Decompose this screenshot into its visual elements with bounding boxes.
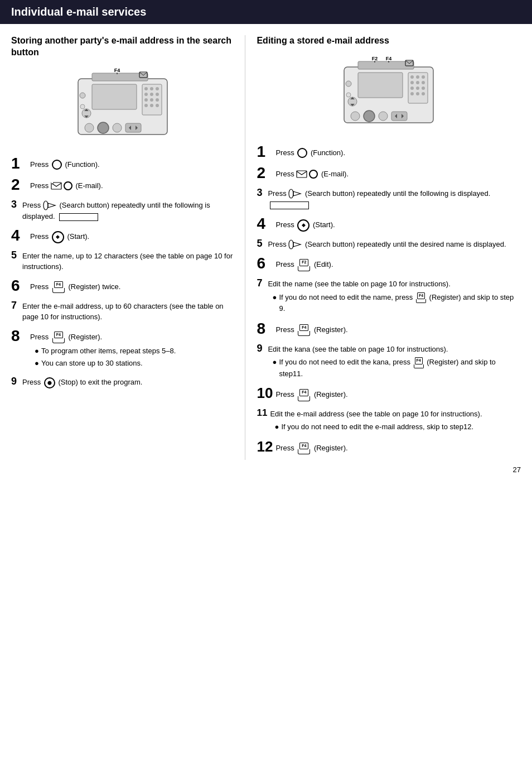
svg-point-34 xyxy=(43,201,48,210)
email-icon-group xyxy=(51,181,74,190)
left-step-3: 3 Press (Search button) repeatedly until… xyxy=(11,198,234,222)
svg-rect-33 xyxy=(51,182,54,184)
left-step-8: 8 Press F4 (Register). ● To program othe… xyxy=(11,328,234,370)
bullet-text: If you do not need to edit the kana, pre… xyxy=(279,357,521,379)
bullet-dot: ● xyxy=(35,345,39,357)
bullet-item: ● To program other items, repeat steps 5… xyxy=(35,345,234,357)
svg-point-22 xyxy=(98,122,109,133)
start-icon: ◆ xyxy=(52,231,64,243)
svg-point-41 xyxy=(422,75,425,79)
step-content: Press F4 (Register). ● To program other … xyxy=(30,328,234,370)
right-step-4: 4 Press ◆ (Start). xyxy=(257,216,521,232)
step-content: Enter the e-mail address, up to 60 chara… xyxy=(22,299,234,323)
svg-point-73 xyxy=(289,240,293,249)
bullet-text: To program other items, repeat steps 5–8… xyxy=(41,345,176,357)
svg-marker-74 xyxy=(293,242,301,247)
svg-point-71 xyxy=(289,189,293,198)
email-svg-icon-r xyxy=(296,170,307,178)
step-content: Press ◆ (Start). xyxy=(275,216,521,232)
f4-register-icon: F4 xyxy=(52,281,65,294)
svg-rect-24 xyxy=(125,123,141,132)
step-content: Press (Function). xyxy=(30,156,234,170)
step-8-bullets: ● To program other items, repeat steps 5… xyxy=(35,345,234,368)
f4-inline-icon: F4 xyxy=(416,292,426,304)
email-icon-group-r xyxy=(296,170,319,179)
step-content: Edit the e-mail address (see the table o… xyxy=(270,407,521,434)
search-icon-group-r xyxy=(288,188,303,199)
display-box xyxy=(59,213,98,221)
svg-point-46 xyxy=(416,87,419,90)
step-num: 11 xyxy=(257,407,268,417)
svg-point-10 xyxy=(150,98,153,102)
svg-point-14 xyxy=(156,104,159,107)
stop-icon: ⬤ xyxy=(44,377,55,388)
svg-marker-72 xyxy=(293,191,301,196)
right-step-12: 12 Press F4 (Register). xyxy=(257,439,521,455)
step-content: Press (Search button) repeatedly until t… xyxy=(22,198,234,222)
bullet-dot: ● xyxy=(272,292,277,314)
left-step-2: 2 Press (E-mail). xyxy=(11,177,234,193)
f2-edit-icon: F2 xyxy=(298,259,310,271)
step-content: Edit the kana (see the table on page 10 … xyxy=(268,342,521,380)
page-header: Individual e-mail services xyxy=(0,0,532,24)
svg-point-3 xyxy=(144,87,148,90)
svg-rect-1 xyxy=(92,84,137,109)
right-step-8: 8 Press F4 (Register). xyxy=(257,321,521,337)
bullet-item: ● If you do not need to edit the kana, p… xyxy=(272,357,521,379)
right-step-2: 2 Press (E-mail). xyxy=(257,165,521,181)
right-column: Editing a stored e-mail address xyxy=(245,35,521,460)
step-content: Press F4 (Register). xyxy=(275,321,521,337)
right-step-10: 10 Press F4 (Register). xyxy=(257,386,521,401)
svg-point-21 xyxy=(85,123,94,132)
svg-point-60 xyxy=(364,111,375,122)
svg-point-49 xyxy=(416,92,419,95)
svg-point-40 xyxy=(416,75,419,79)
right-step-9: 9 Edit the kana (see the table on page 1… xyxy=(257,342,521,380)
left-step-9: 9 Press ⬤ (Stop) to exit the program. xyxy=(11,375,234,388)
step-num: 2 xyxy=(11,177,28,193)
right-step-11: 11 Edit the e-mail address (see the tabl… xyxy=(257,407,521,434)
right-step-7: 7 Edit the name (see the table on page 1… xyxy=(257,277,521,315)
step-num: 3 xyxy=(11,198,20,209)
svg-point-66 xyxy=(346,93,351,97)
step-num: 3 xyxy=(257,186,265,198)
bullet-dot: ● xyxy=(272,357,277,379)
svg-text:F4: F4 xyxy=(114,68,120,73)
step-num: 4 xyxy=(11,228,28,243)
step-content: Press ⬤ (Stop) to exit the program. xyxy=(22,375,234,388)
step-num: 2 xyxy=(257,165,273,181)
svg-point-28 xyxy=(80,104,85,109)
right-step-5: 5 Press (Search button) repeatedly until… xyxy=(257,237,521,251)
step-content: Press (E-mail). xyxy=(30,177,234,191)
right-step-1: 1 Press (Function). xyxy=(257,144,521,160)
step-num: 10 xyxy=(257,386,273,400)
f4-register-icon-r12: F4 xyxy=(298,443,310,455)
step-content: Press (Search button) repeatedly until t… xyxy=(268,186,521,210)
svg-text:F2: F2 xyxy=(372,56,378,61)
svg-point-11 xyxy=(156,98,159,102)
machine-svg-left: F4 xyxy=(61,68,184,146)
step-content: Press (Search button) repeatedly until t… xyxy=(268,237,521,251)
step-11-bullets-r: ● If you do not need to edit the e-mail … xyxy=(274,421,521,433)
svg-point-5 xyxy=(156,87,159,90)
svg-rect-62 xyxy=(391,112,407,121)
svg-point-45 xyxy=(410,87,414,90)
search-icon-group xyxy=(43,200,57,211)
step-content: Press F4 (Register). xyxy=(275,439,521,455)
page-number: 27 xyxy=(0,460,532,479)
step-content: Press (Function). xyxy=(275,144,521,159)
machine-diagram-right: F2 F4 xyxy=(257,56,521,134)
display-box-r xyxy=(270,201,309,209)
step-num: 5 xyxy=(257,237,265,248)
svg-point-8 xyxy=(156,93,159,96)
svg-point-50 xyxy=(422,92,425,95)
left-section-title: Storing another party's e-mail address i… xyxy=(11,35,234,59)
svg-text:F4: F4 xyxy=(386,56,392,61)
left-step-6: 6 Press F4 (Register) twice. xyxy=(11,278,234,294)
f4-register-icon-r8: F4 xyxy=(298,324,310,337)
step-content: Press (E-mail). xyxy=(275,165,521,180)
svg-point-9 xyxy=(144,98,148,102)
svg-point-23 xyxy=(113,123,122,132)
step-content: Press F2 (Edit). xyxy=(275,256,521,271)
step-content: Press F4 (Register). xyxy=(275,386,521,401)
